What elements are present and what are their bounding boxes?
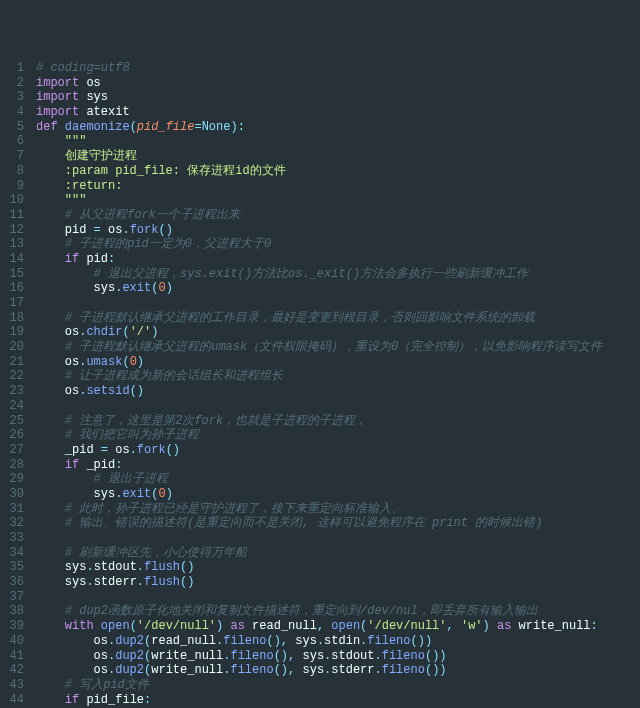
code-line[interactable]: os.umask(0) bbox=[36, 355, 640, 370]
code-line[interactable]: # coding=utf8 bbox=[36, 61, 640, 76]
line-number: 23 bbox=[0, 384, 24, 399]
code-line[interactable]: # 写入pid文件 bbox=[36, 678, 640, 693]
code-line[interactable]: # 让子进程成为新的会话组长和进程组长 bbox=[36, 369, 640, 384]
token-var: sys bbox=[302, 649, 324, 663]
code-line[interactable]: # 此时，孙子进程已经是守护进程了，接下来重定向标准输入、 bbox=[36, 502, 640, 517]
line-number: 43 bbox=[0, 678, 24, 693]
token-var: sys bbox=[295, 634, 317, 648]
code-line[interactable]: # 刷新缓冲区先，小心使得万年船 bbox=[36, 546, 640, 561]
token-var: os bbox=[36, 325, 79, 339]
line-number: 26 bbox=[0, 428, 24, 443]
line-number: 10 bbox=[0, 193, 24, 208]
token-var: pid bbox=[36, 223, 94, 237]
code-line[interactable]: if pid_file: bbox=[36, 693, 640, 708]
token-str: """ bbox=[65, 134, 87, 148]
code-line[interactable]: os.chdir('/') bbox=[36, 325, 640, 340]
code-line[interactable]: import sys bbox=[36, 90, 640, 105]
token-fn: dup2 bbox=[115, 663, 144, 677]
code-line[interactable]: sys.stderr.flush() bbox=[36, 575, 640, 590]
line-number: 16 bbox=[0, 281, 24, 296]
line-number: 1 bbox=[0, 61, 24, 76]
code-line[interactable]: """ bbox=[36, 134, 640, 149]
code-line[interactable]: with open('/dev/null') as read_null, ope… bbox=[36, 619, 640, 634]
line-number: 13 bbox=[0, 237, 24, 252]
token-op: . bbox=[375, 649, 382, 663]
token-str: """ bbox=[36, 193, 86, 207]
token-var bbox=[36, 399, 43, 413]
code-line[interactable]: import os bbox=[36, 76, 640, 91]
token-com: # 子进程的pid一定为0，父进程大于0 bbox=[65, 237, 271, 251]
line-number: 8 bbox=[0, 164, 24, 179]
token-var bbox=[36, 340, 65, 354]
code-line[interactable]: os.dup2(read_null.fileno(), sys.stdin.fi… bbox=[36, 634, 640, 649]
token-op: (), bbox=[274, 649, 303, 663]
token-kw2: None bbox=[202, 120, 231, 134]
token-fn: fileno bbox=[230, 649, 273, 663]
code-line[interactable]: def daemonize(pid_file=None): bbox=[36, 120, 640, 135]
token-var: pid bbox=[79, 252, 108, 266]
line-number: 31 bbox=[0, 502, 24, 517]
token-op: , bbox=[447, 619, 461, 633]
code-line[interactable]: 创建守护进程 bbox=[36, 149, 640, 164]
token-fn: fileno bbox=[382, 649, 425, 663]
code-line[interactable]: sys.stdout.flush() bbox=[36, 560, 640, 575]
code-line[interactable]: _pid = os.fork() bbox=[36, 443, 640, 458]
code-line[interactable]: sys.exit(0) bbox=[36, 487, 640, 502]
line-number: 6 bbox=[0, 134, 24, 149]
token-op: ( bbox=[130, 120, 137, 134]
code-line[interactable]: os.setsid() bbox=[36, 384, 640, 399]
code-line[interactable]: # 退出子进程 bbox=[36, 472, 640, 487]
token-op: () bbox=[158, 223, 172, 237]
code-line[interactable]: # 输出、错误的描述符(是重定向而不是关闭, 这样可以避免程序在 print 的… bbox=[36, 516, 640, 531]
code-area[interactable]: # coding=utf8import osimport sysimport a… bbox=[32, 59, 640, 708]
token-var: os bbox=[79, 76, 101, 90]
token-var bbox=[36, 546, 65, 560]
code-line[interactable]: os.dup2(write_null.fileno(), sys.stderr.… bbox=[36, 663, 640, 678]
token-op: : bbox=[115, 458, 122, 472]
code-line[interactable]: # 注意了，这里是第2次fork，也就是子进程的子进程， bbox=[36, 414, 640, 429]
code-line[interactable]: # 从父进程fork一个子进程出来 bbox=[36, 208, 640, 223]
token-kw: if bbox=[65, 693, 79, 707]
code-line[interactable]: # 我们把它叫为孙子进程 bbox=[36, 428, 640, 443]
token-var bbox=[36, 267, 94, 281]
token-var bbox=[36, 296, 43, 310]
code-editor[interactable]: 1234567891011121314151617181920212223242… bbox=[0, 59, 640, 708]
token-com: # 从父进程fork一个子进程出来 bbox=[65, 208, 240, 222]
code-line[interactable] bbox=[36, 590, 640, 605]
code-line[interactable]: :return: bbox=[36, 179, 640, 194]
token-op: . bbox=[130, 443, 137, 457]
token-param: pid_file bbox=[137, 120, 195, 134]
line-number: 9 bbox=[0, 179, 24, 194]
token-kw: with bbox=[65, 619, 94, 633]
code-line[interactable]: if _pid: bbox=[36, 458, 640, 473]
code-line[interactable] bbox=[36, 296, 640, 311]
code-line[interactable]: # 子进程的pid一定为0，父进程大于0 bbox=[36, 237, 640, 252]
code-line[interactable]: if pid: bbox=[36, 252, 640, 267]
code-line[interactable]: # 退出父进程，sys.exit()方法比os._exit()方法会多执行一些刷… bbox=[36, 267, 640, 282]
line-number: 4 bbox=[0, 105, 24, 120]
line-number: 29 bbox=[0, 472, 24, 487]
token-fn: dup2 bbox=[115, 634, 144, 648]
line-number: 21 bbox=[0, 355, 24, 370]
code-line[interactable] bbox=[36, 531, 640, 546]
token-var: os bbox=[115, 443, 129, 457]
code-line[interactable]: # 子进程默认继承父进程的umask（文件权限掩码），重设为0（完全控制），以免… bbox=[36, 340, 640, 355]
code-line[interactable]: # 子进程默认继承父进程的工作目录，最好是变更到根目录，否则回影响文件系统的卸载 bbox=[36, 311, 640, 326]
token-fn: daemonize bbox=[65, 120, 130, 134]
token-com: # 注意了，这里是第2次fork，也就是子进程的子进程， bbox=[65, 414, 367, 428]
code-line[interactable]: """ bbox=[36, 193, 640, 208]
token-kw: import bbox=[36, 105, 79, 119]
code-line[interactable]: sys.exit(0) bbox=[36, 281, 640, 296]
token-var: os bbox=[36, 634, 108, 648]
line-number: 19 bbox=[0, 325, 24, 340]
token-var: _pid bbox=[79, 458, 115, 472]
code-line[interactable]: :param pid_file: 保存进程id的文件 bbox=[36, 164, 640, 179]
token-com: # 此时，孙子进程已经是守护进程了，接下来重定向标准输入、 bbox=[65, 502, 403, 516]
code-line[interactable]: # dup2函数原子化地关闭和复制文件描述符，重定向到/dev/nul，即丢弃所… bbox=[36, 604, 640, 619]
code-line[interactable] bbox=[36, 399, 640, 414]
code-line[interactable]: os.dup2(write_null.fileno(), sys.stdout.… bbox=[36, 649, 640, 664]
code-line[interactable]: import atexit bbox=[36, 105, 640, 120]
token-op: ()) bbox=[425, 663, 447, 677]
token-var bbox=[36, 252, 65, 266]
code-line[interactable]: pid = os.fork() bbox=[36, 223, 640, 238]
